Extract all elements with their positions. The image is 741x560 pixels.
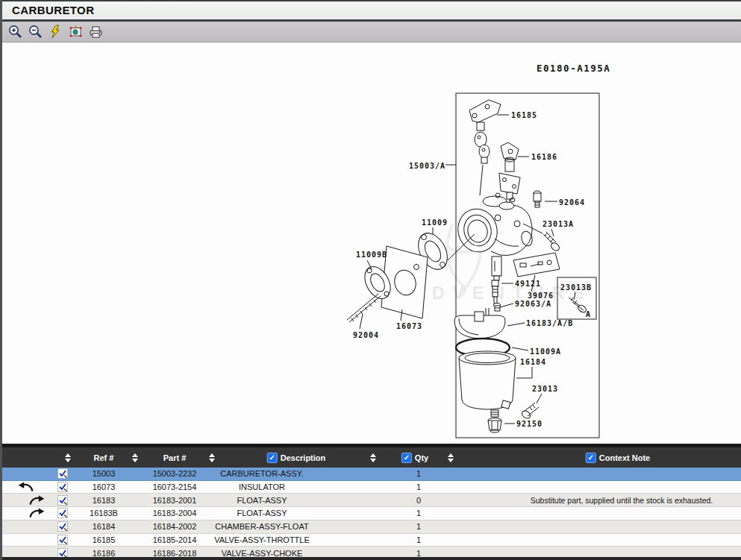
part-label: A — [586, 310, 591, 318]
part-label: 92063/A — [515, 300, 551, 308]
image-select-icon[interactable] — [67, 24, 84, 40]
part-label: 92064 — [559, 198, 585, 207]
part-cell: 16186-2018 — [153, 549, 197, 558]
part-label: 23013A — [543, 220, 574, 228]
context-note-cell: Substitute part, supplied until the stoc… — [531, 496, 713, 505]
part-label: 92150 — [516, 420, 543, 428]
part-label: 23013 — [532, 385, 558, 393]
part-label: 39076 — [528, 292, 554, 300]
part-cell: 16183-2004 — [153, 509, 197, 517]
part-cell: 15003-2232 — [153, 469, 197, 478]
table-row[interactable]: 16183B16183-2004FLOAT-ASSY1 — [2, 507, 741, 520]
parts-catalog-window: CARBURETOR — [0, 0, 741, 560]
undo-arrow-icon — [16, 482, 36, 493]
diagram-linework — [347, 93, 599, 438]
doc-check-icon[interactable] — [57, 535, 68, 545]
qty-cell: 1 — [416, 469, 421, 478]
column-header-qty: ✓ Qty — [401, 453, 428, 463]
zoom-out-icon[interactable] — [27, 24, 43, 40]
redo-arrow-icon — [27, 494, 46, 506]
part-label: 16186 — [531, 153, 557, 161]
doc-check-icon[interactable] — [57, 482, 68, 492]
description-cell: CARBURETOR-ASSY. — [220, 469, 303, 478]
sort-icon[interactable] — [132, 453, 138, 462]
doc-check-icon[interactable] — [57, 468, 68, 479]
description-cell: INSULATOR — [239, 482, 285, 491]
redo-arrow-icon — [27, 508, 46, 519]
qty-checkbox[interactable]: ✓ — [401, 453, 412, 463]
part-label: 15003/A — [409, 162, 445, 170]
part-label: 11009A — [530, 347, 561, 356]
part-label: 16184 — [520, 358, 546, 366]
qty-cell: 1 — [416, 509, 421, 517]
table-row[interactable]: 1500315003-2232CARBURETOR-ASSY.1 — [2, 468, 741, 481]
parts-table-body: 1500315003-2232CARBURETOR-ASSY.116073160… — [2, 468, 741, 560]
part-cell: 16073-2154 — [153, 482, 197, 491]
sort-icon[interactable] — [209, 453, 215, 462]
column-header-description: ✓ Description — [267, 453, 326, 463]
qty-cell: 1 — [416, 522, 421, 531]
column-header-ref: Ref # — [94, 453, 114, 462]
ref-cell: 16186 — [93, 549, 116, 558]
diagram-canvas: LEADVENTURE — [2, 43, 741, 444]
description-cell: FLOAT-ASSY — [237, 509, 287, 517]
description-cell: CHAMBER-ASSY-FLOAT — [215, 522, 308, 531]
qty-cell: 1 — [416, 535, 421, 544]
column-header-context-note: ✓ Context Note — [586, 453, 650, 463]
part-label: 92004 — [353, 331, 379, 339]
title-bar: CARBURETOR — [2, 0, 741, 19]
bottom-bar — [2, 557, 741, 560]
table-row[interactable]: 1607316073-2154INSULATOR1 — [2, 481, 741, 494]
ref-cell: 16183B — [90, 509, 118, 517]
table-row[interactable]: 1618416184-2002CHAMBER-ASSY-FLOAT1 — [2, 520, 741, 534]
part-cell: 16185-2014 — [153, 535, 197, 544]
ref-cell: 16073 — [93, 482, 116, 491]
sort-icon[interactable] — [65, 453, 71, 462]
doc-check-icon[interactable] — [57, 508, 68, 518]
table-row[interactable]: 1618316183-2001FLOAT-ASSY0Substitute par… — [2, 494, 741, 507]
description-cell: VALVE-ASSY-THROTTLE — [214, 535, 310, 544]
qty-cell: 1 — [416, 549, 421, 558]
table-row[interactable]: 1618516185-2014VALVE-ASSY-THROTTLE1 — [2, 534, 741, 547]
exploded-diagram: LEADVENTURE — [2, 43, 741, 444]
part-label: 16183/A/B — [526, 319, 573, 327]
description-cell: VALVE-ASSY-CHOKE — [222, 549, 303, 558]
qty-cell: 1 — [416, 482, 421, 491]
zoom-in-icon[interactable] — [7, 24, 23, 40]
parts-table-header: Ref # Part # ✓ Description ✓ Qty ✓ Conte… — [2, 447, 741, 468]
qty-cell: 0 — [416, 496, 421, 505]
diagram-code: E0180-A195A — [537, 63, 610, 74]
doc-check-icon[interactable] — [57, 521, 68, 532]
ref-cell: 16183 — [93, 496, 116, 505]
part-label: 16185 — [511, 111, 537, 119]
ref-cell: 16184 — [93, 522, 116, 531]
sort-icon[interactable] — [448, 453, 454, 462]
sort-icon[interactable] — [370, 453, 376, 462]
doc-check-icon[interactable] — [57, 495, 68, 506]
part-cell: 16183-2001 — [153, 496, 197, 505]
page-title: CARBURETOR — [12, 4, 94, 16]
flash-icon[interactable] — [47, 24, 63, 40]
part-label: 11009 — [422, 218, 448, 227]
part-label: 49121 — [515, 280, 541, 288]
description-checkbox[interactable]: ✓ — [267, 453, 278, 463]
print-icon[interactable] — [87, 24, 104, 40]
part-label: 23013B — [560, 283, 592, 292]
part-label: 11009B — [356, 251, 387, 259]
context-note-checkbox[interactable]: ✓ — [586, 453, 596, 463]
diagram-toolbar — [2, 22, 741, 43]
description-cell: FLOAT-ASSY — [237, 496, 287, 505]
ref-cell: 16185 — [93, 535, 116, 544]
column-header-part: Part # — [163, 453, 187, 462]
ref-cell: 15003 — [93, 469, 116, 478]
part-cell: 16184-2002 — [153, 522, 197, 531]
part-label: 16073 — [396, 322, 422, 330]
